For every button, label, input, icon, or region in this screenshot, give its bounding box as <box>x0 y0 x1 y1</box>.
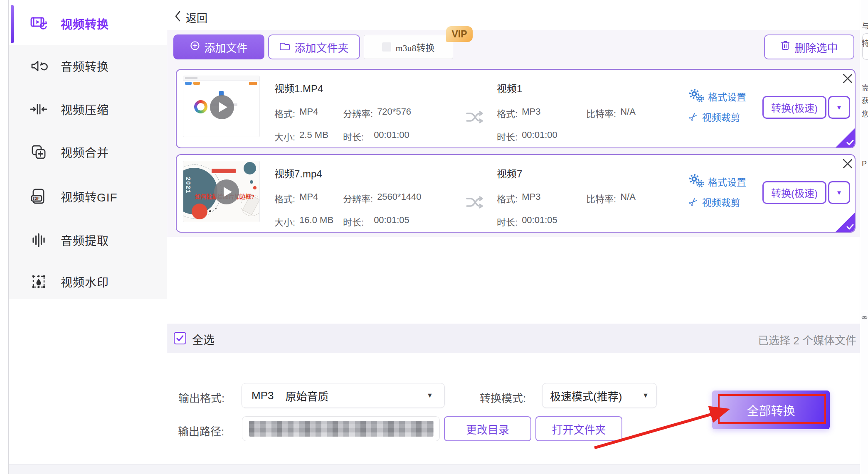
output-file-name: 视频1 <box>497 81 522 95</box>
shuffle-icon <box>466 195 485 210</box>
thumbnail-art <box>212 169 236 173</box>
footer-bar <box>9 464 860 474</box>
play-icon <box>210 95 234 119</box>
source-file-name: 视频1.MP4 <box>274 81 323 95</box>
format-settings-link[interactable]: 格式设置 <box>689 174 746 189</box>
sidebar-item-label: 视频合并 <box>61 144 109 160</box>
output-path-field[interactable] <box>242 416 440 441</box>
partial-glyph: 您 <box>862 108 868 119</box>
thumbnail-art <box>253 186 256 189</box>
add-folder-label: 添加文件夹 <box>294 39 348 55</box>
partial-glyph: P <box>862 160 867 168</box>
video-compress-icon <box>29 100 48 119</box>
video-crop-link[interactable]: ✂ 视频裁剪 <box>689 110 740 124</box>
sidebar-item-video-compress[interactable]: 视频压缩 <box>9 97 167 122</box>
video-thumbnail[interactable]: 2021 如何批量给图片加边框? <box>183 161 260 222</box>
m3u8-label: m3u8转换 <box>395 40 434 54</box>
format-settings-link[interactable]: 格式设置 <box>689 89 746 104</box>
audio-extract-icon <box>29 231 48 250</box>
background-window-edge: 与 特 需 获 您 P <box>860 0 868 474</box>
video-watermark-icon <box>29 272 48 291</box>
back-label: 返回 <box>186 10 207 25</box>
delete-selected-button[interactable]: 删除选中 <box>764 34 854 59</box>
sidebar-item-video-merge[interactable]: 视频合并 <box>9 140 167 165</box>
partial-glyph: 需 <box>862 81 868 92</box>
selection-bar: 全选 已选择 2 个媒体文件 <box>167 324 860 353</box>
scissors-icon: ✂ <box>686 110 700 124</box>
output-file-name: 视频7 <box>497 166 522 180</box>
sidebar-item-video-to-gif[interactable]: GIF 视频转GIF <box>9 184 167 209</box>
document-icon <box>382 42 391 52</box>
divider <box>860 311 868 311</box>
audio-convert-icon <box>29 56 48 76</box>
format-settings-label: 格式设置 <box>708 174 746 189</box>
sidebar-item-audio-extract[interactable]: 音频提取 <box>9 228 167 253</box>
output-format: 格式:MP3 <box>497 192 540 205</box>
gear-icon <box>689 89 704 104</box>
add-folder-button[interactable]: 添加文件夹 <box>268 34 360 59</box>
output-format-select[interactable]: MP3 原始音质 ▼ <box>242 383 445 408</box>
sidebar-item-video-convert[interactable]: 视频转换 <box>9 11 167 36</box>
app-window: 视频转换 音频转换 视频压缩 视频合并 GIF 视频转GIF 音频提取 <box>0 0 868 474</box>
open-folder-button[interactable]: 打开文件夹 <box>535 416 622 441</box>
video-crop-link[interactable]: ✂ 视频裁剪 <box>689 195 740 209</box>
thumbnail-art <box>250 180 253 184</box>
eye-icon <box>861 314 868 322</box>
change-directory-button[interactable]: 更改目录 <box>444 416 531 441</box>
output-bitrate: 比特率:N/A <box>586 192 636 205</box>
selected-check-corner <box>836 128 855 147</box>
sidebar-item-label: 视频转换 <box>61 15 109 32</box>
back-chevron-icon <box>174 10 181 24</box>
back-button[interactable]: 返回 <box>174 10 207 24</box>
output-format-label: 输出格式: <box>178 390 224 405</box>
delete-selected-label: 删除选中 <box>794 39 838 55</box>
blurred-path-text <box>249 421 434 437</box>
caret-down-icon: ▼ <box>836 189 842 196</box>
output-path-label: 输出路径: <box>178 423 224 438</box>
sidebar-item-label: 视频压缩 <box>61 101 109 118</box>
source-duration: 时长:00:01:05 <box>343 215 409 228</box>
convert-options-dropdown[interactable]: ▼ <box>828 96 850 119</box>
thumbnail-art <box>244 162 256 174</box>
add-file-button[interactable]: 添加文件 <box>173 34 264 59</box>
thumbnail-art <box>215 208 217 209</box>
caret-down-icon: ▼ <box>642 392 649 399</box>
svg-text:GIF: GIF <box>33 196 40 201</box>
file-card: 2021 如何批量给图片加边框? 视频7.mp4 格式:MP4 分辨率:2560… <box>176 154 856 233</box>
partial-glyph: 获 <box>862 95 868 106</box>
sidebar-item-video-watermark[interactable]: 视频水印 <box>9 269 167 294</box>
convert-mode-select[interactable]: 极速模式(推荐) ▼ <box>542 383 657 408</box>
thumbnail-art <box>249 82 257 85</box>
check-icon <box>175 334 185 343</box>
caret-down-icon: ▼ <box>427 392 433 399</box>
thumbnail-art <box>185 77 197 79</box>
convert-mode-label: 转换模式: <box>480 390 526 405</box>
convert-all-button[interactable]: 全部转换 <box>712 390 830 429</box>
source-resolution: 分辨率:720*576 <box>343 106 411 120</box>
remove-file-button[interactable] <box>842 158 853 169</box>
thumbnail-art <box>192 204 207 219</box>
m3u8-convert-button[interactable]: m3u8转换 <box>364 35 453 59</box>
sidebar-item-label: 音频提取 <box>61 232 109 248</box>
video-thumbnail[interactable] <box>183 76 260 137</box>
folder-icon <box>279 41 290 54</box>
gear-icon <box>689 174 704 189</box>
convert-options-dropdown[interactable]: ▼ <box>828 181 850 204</box>
thumbnail-year: 2021 <box>185 177 192 194</box>
convert-fast-button[interactable]: 转换(极速) <box>762 181 826 204</box>
select-all-checkbox[interactable] <box>174 332 186 344</box>
sidebar-item-audio-convert[interactable]: 音频转换 <box>9 54 167 79</box>
remove-file-button[interactable] <box>842 73 853 84</box>
partial-glyph: 特 <box>862 37 868 48</box>
video-crop-label: 视频裁剪 <box>702 110 740 124</box>
video-crop-label: 视频裁剪 <box>702 195 740 209</box>
play-icon <box>214 179 239 204</box>
shuffle-icon <box>466 110 485 125</box>
mode-value: 极速模式(推荐) <box>550 388 622 403</box>
trash-icon <box>780 40 790 54</box>
selected-check-corner <box>836 213 855 232</box>
thumbnail-art <box>185 82 192 85</box>
convert-fast-button[interactable]: 转换(极速) <box>762 96 826 119</box>
sidebar-item-label: 视频转GIF <box>61 188 118 205</box>
partial-glyph: 与 <box>862 20 868 31</box>
